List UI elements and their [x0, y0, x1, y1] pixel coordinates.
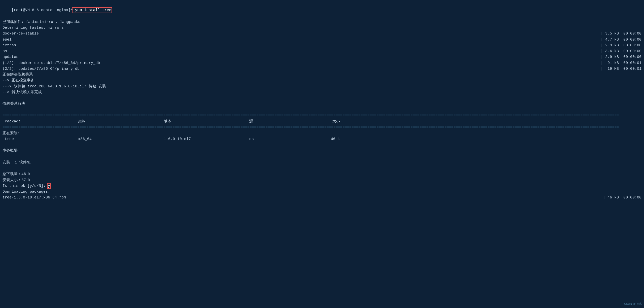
repo-size-os: | 3.6 kB 00:00:00 [586, 48, 641, 54]
rpm-size: | 46 kB 00:00:00 [586, 195, 641, 200]
repo-size-extras: | 2.9 kB 00:00:00 [586, 43, 641, 48]
dep-done: --> 解决依赖关系完成 [3, 89, 641, 95]
installing-label: 正在安装: [3, 130, 641, 136]
plugins-line: 已加载插件: fastestmirror, langpacks [3, 19, 641, 25]
repo-line-docker: docker-ce-stable | 3.5 kB 00:00:00 [3, 31, 641, 37]
repo-size-docker: | 3.5 kB 00:00:00 [586, 31, 641, 37]
install-size: 安装大小：87 k [3, 177, 641, 183]
repo-name-extras: extras [3, 43, 16, 48]
col-header-arch: 架构 [78, 119, 164, 124]
repo-line-extras: extras | 2.9 kB 00:00:00 [3, 43, 641, 48]
repo-line-updates: updates | 2.9 kB 00:00:00 [3, 54, 641, 60]
mirrors-line: Determining fastest mirrors [3, 25, 641, 31]
download-line-1: (1/2): docker-ce-stable/7/x86_64/primary… [3, 60, 641, 66]
separator-1: ========================================… [3, 113, 641, 119]
download-size-2: | 19 MB 00:00:01 [586, 66, 641, 72]
tree-package-size: 46 k [315, 136, 340, 142]
tree-package-repo: os [249, 136, 315, 142]
prompt: [root@VM-8-6-centos nginx]# [12, 8, 73, 12]
install-count: 安装 1 软件包 [3, 160, 641, 165]
col-header-repo: 源 [249, 119, 315, 124]
command-text: yum install tree [73, 8, 111, 12]
blank-3 [3, 142, 641, 148]
download-line-2: (2/2): updates/7/x86_64/primary_db | 19 … [3, 66, 641, 72]
col-header-package: Package [3, 119, 78, 124]
download-item-1: (1/2): docker-ce-stable/7/x86_64/primary… [3, 60, 100, 66]
repo-name-os: os [3, 48, 7, 54]
repo-line-epel: epel | 4.7 kB 00:00:00 [3, 37, 641, 43]
tree-package-name: tree [3, 136, 78, 142]
dep-resolved-label: 依赖关系解决 [3, 101, 641, 107]
repo-name-epel: epel [3, 37, 12, 43]
total-download: 总下载量：46 k [3, 171, 641, 177]
downloading-label: Downloading packages: [3, 189, 641, 195]
blank-4 [3, 165, 641, 171]
summary-label: 事务概要 [3, 148, 641, 154]
repo-line-os: os | 3.6 kB 00:00:00 [3, 48, 641, 54]
repo-name-docker: docker-ce-stable [3, 31, 39, 37]
repo-size-updates: | 2.9 kB 00:00:00 [586, 54, 641, 60]
blank-1 [3, 95, 641, 101]
download-size-1: | 91 kB 00:00:01 [586, 60, 641, 66]
dep-checking: --> 正在检查事务 [3, 78, 641, 83]
download-item-2: (2/2): updates/7/x86_64/primary_db [3, 66, 80, 72]
separator-3: ========================================… [3, 154, 641, 160]
y-answer[interactable]: y [48, 184, 50, 188]
terminal-window: [root@VM-8-6-centos nginx]# yum install … [3, 2, 641, 201]
ok-prompt-line: Is this ok [y/d/N]: y [3, 183, 641, 189]
col-header-size: 大小 [315, 119, 340, 124]
blank-2 [3, 107, 641, 113]
watermark: CSDN @-南名 [624, 302, 642, 306]
col-header-version: 版本 [164, 119, 249, 124]
repo-name-updates: updates [3, 54, 18, 60]
ok-prompt-text: Is this ok [y/d/N]: [3, 184, 48, 188]
command-line: [root@VM-8-6-centos nginx]# yum install … [3, 2, 641, 19]
dep-resolving: 正在解决依赖关系 [3, 72, 641, 78]
repo-size-epel: | 4.7 kB 00:00:00 [586, 37, 641, 43]
tree-package-arch: x86_64 [78, 136, 164, 142]
dep-package: ---> 软件包 tree.x86_64.0.1.6.0-10.el7 将被 安… [3, 84, 641, 89]
tree-package-version: 1.6.0-10.el7 [164, 136, 249, 142]
tree-package-row: tree x86_64 1.6.0-10.el7 os 46 k [3, 136, 641, 142]
table-header-row: Package 架构 版本 源 大小 [3, 119, 641, 124]
separator-2: ========================================… [3, 124, 641, 130]
rpm-download-line: tree-1.6.0-10.el7.x86_64.rpm | 46 kB 00:… [3, 195, 641, 200]
rpm-filename: tree-1.6.0-10.el7.x86_64.rpm [3, 195, 66, 200]
